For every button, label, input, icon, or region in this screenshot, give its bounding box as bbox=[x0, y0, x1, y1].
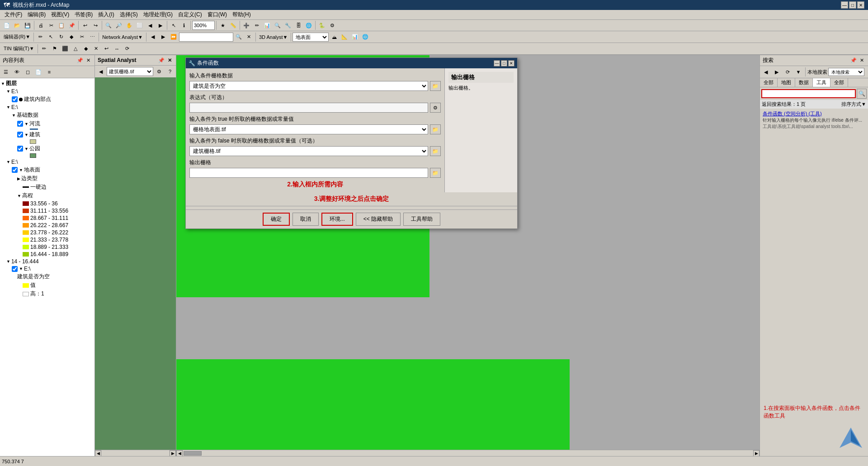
na-btn2[interactable]: ▶ bbox=[158, 32, 168, 42]
tin-btn7[interactable]: ↩ bbox=[102, 44, 112, 54]
toc-close-btn[interactable]: ✕ bbox=[85, 57, 92, 64]
toc-building-points[interactable]: 建筑内部点 bbox=[1, 95, 94, 104]
tin-btn6[interactable]: ✕ bbox=[91, 44, 101, 54]
toc-selection-btn[interactable]: ◻ bbox=[23, 67, 33, 77]
map-hscroll-left[interactable]: ◀ bbox=[176, 450, 183, 456]
is-empty-checkbox[interactable] bbox=[12, 266, 18, 272]
spatial-settings-btn[interactable]: ⚙ bbox=[154, 67, 164, 76]
is-empty-expand[interactable]: ▼ bbox=[19, 266, 23, 271]
3d-btn4[interactable]: 🌐 bbox=[360, 32, 370, 42]
toolbox-btn[interactable]: 🔧 bbox=[283, 20, 293, 30]
search-execute-btn[interactable]: 🔍 bbox=[857, 89, 867, 99]
menu-file[interactable]: 文件(F) bbox=[2, 10, 25, 19]
attribute-btn[interactable]: 📊 bbox=[262, 20, 272, 30]
3d-analyst-label[interactable]: 3D Analyst▼ bbox=[257, 34, 289, 40]
toc-low-val[interactable]: 高：1 bbox=[1, 290, 94, 298]
elev-expand[interactable]: ▼ bbox=[17, 194, 21, 198]
copy-btn[interactable]: 📋 bbox=[57, 20, 66, 30]
pan-btn[interactable]: ✋ bbox=[124, 20, 134, 30]
cancel-button[interactable]: 取消 bbox=[292, 213, 319, 226]
redo-btn[interactable]: ↪ bbox=[90, 20, 100, 30]
dialog-minimize[interactable]: — bbox=[494, 60, 500, 67]
edit-tool-btn[interactable]: ↖ bbox=[46, 32, 56, 42]
toc-range5[interactable]: 23.778 - 26.222 bbox=[1, 229, 94, 236]
building-points-checkbox[interactable] bbox=[12, 96, 18, 102]
local-search-select[interactable]: 本地搜索 bbox=[828, 68, 864, 76]
toc-range8[interactable]: 16.444 - 18.889 bbox=[1, 251, 94, 258]
toc-edge-type[interactable]: ▶ 边类型 bbox=[1, 174, 94, 183]
dialog-maximize[interactable]: □ bbox=[501, 60, 507, 67]
open-btn[interactable]: 📂 bbox=[12, 20, 22, 30]
menu-edit[interactable]: 编辑(B) bbox=[25, 10, 48, 19]
paste-btn[interactable]: 📌 bbox=[67, 20, 77, 30]
zoom-in-btn[interactable]: 🔍 bbox=[104, 20, 113, 30]
python-btn[interactable]: 🐍 bbox=[317, 20, 327, 30]
tab-data[interactable]: 数据 bbox=[795, 78, 813, 87]
menu-view[interactable]: 视图(V) bbox=[48, 10, 72, 19]
toc-group-e2[interactable]: ▼ E:\ bbox=[1, 104, 94, 111]
toc-range1[interactable]: 33.556 - 36 bbox=[1, 200, 94, 207]
spatial-help-btn[interactable]: ? bbox=[165, 67, 175, 76]
search-back-btn[interactable]: ◀ bbox=[761, 67, 771, 77]
e4-expand[interactable]: ▼ bbox=[6, 259, 10, 264]
toc-is-empty[interactable]: ▼ E:\ bbox=[1, 265, 94, 272]
tin-btn5[interactable]: ◆ bbox=[81, 44, 91, 54]
bookmark-btn[interactable]: ★ bbox=[218, 20, 228, 30]
toc-basic-data[interactable]: ▼ 基础数据 bbox=[1, 111, 94, 119]
tab-all2[interactable]: 全部 bbox=[830, 78, 848, 87]
false-raster-select[interactable]: 建筑栅格.tif bbox=[189, 146, 428, 156]
search-panel-close[interactable]: ✕ bbox=[858, 57, 865, 64]
result-item-1[interactable]: 条件函数 (空间分析) (工具) 针对输入栅格的每个输入像元执行 if/else… bbox=[761, 109, 867, 131]
confirm-button[interactable]: 确定 bbox=[263, 213, 290, 226]
new-btn[interactable]: 📄 bbox=[2, 20, 12, 30]
park-expand[interactable]: ▼ bbox=[24, 147, 28, 151]
menu-geoprocessing[interactable]: 地理处理(G) bbox=[141, 10, 175, 19]
e3-expand[interactable]: ▼ bbox=[6, 160, 10, 164]
modelbuilder-btn[interactable]: ⚙ bbox=[327, 20, 337, 30]
toc-range3[interactable]: 28.667 - 31.111 bbox=[1, 214, 94, 222]
menu-insert[interactable]: 插入(I) bbox=[95, 10, 117, 19]
toc-surface[interactable]: ▼ 地表面 bbox=[1, 166, 94, 174]
hscroll-left[interactable]: ◀ bbox=[95, 450, 101, 456]
search-more-btn[interactable]: ▼ bbox=[793, 67, 803, 77]
menu-select[interactable]: 选择(S) bbox=[117, 10, 141, 19]
na-btn5[interactable]: ✕ bbox=[244, 32, 254, 42]
spatial-layer-select[interactable]: 建筑栅格.tif bbox=[107, 67, 153, 76]
3d-btn2[interactable]: 📐 bbox=[340, 32, 349, 42]
next-extent-btn[interactable]: ▶ bbox=[156, 20, 165, 30]
toc-river[interactable]: ▼ 河流 bbox=[1, 119, 94, 128]
zoom-out-btn[interactable]: 🔎 bbox=[114, 20, 124, 30]
sketch-btn[interactable]: ✏ bbox=[35, 32, 45, 42]
toc-high-val[interactable]: 值 bbox=[1, 281, 94, 290]
toc-range2[interactable]: 31.111 - 33.556 bbox=[1, 207, 94, 214]
full-extent-btn[interactable]: ⬜ bbox=[135, 20, 145, 30]
tab-tools[interactable]: 工具 bbox=[813, 78, 830, 87]
true-raster-file-btn[interactable]: 📁 bbox=[430, 124, 441, 134]
layers-expand-icon[interactable]: ▼ bbox=[1, 81, 5, 86]
na-btn4[interactable]: 🔍 bbox=[234, 32, 244, 42]
identify-btn[interactable]: ℹ bbox=[179, 20, 189, 30]
arcmap-btn[interactable]: 🌐 bbox=[304, 20, 314, 30]
na-input[interactable] bbox=[179, 33, 233, 42]
save-btn[interactable]: 💾 bbox=[23, 20, 33, 30]
toc-pin-btn[interactable]: 📌 bbox=[76, 57, 84, 64]
toc-source-btn[interactable]: 📄 bbox=[33, 67, 43, 77]
surface-checkbox[interactable] bbox=[12, 167, 18, 173]
more-edit-btn[interactable]: ⋯ bbox=[87, 32, 97, 42]
rotate-btn[interactable]: ↻ bbox=[56, 32, 66, 42]
building-expand[interactable]: ▼ bbox=[24, 133, 28, 137]
tin-btn4[interactable]: △ bbox=[71, 44, 80, 54]
search-refresh-btn[interactable]: ⟳ bbox=[783, 67, 793, 77]
false-raster-file-btn[interactable]: 📁 bbox=[430, 146, 441, 156]
3d-btn1[interactable]: ⛰ bbox=[329, 32, 339, 42]
spatial-back-btn[interactable]: ◀ bbox=[96, 67, 106, 76]
close-window-button[interactable]: ✕ bbox=[857, 1, 864, 9]
tin-btn8[interactable]: ↔ bbox=[112, 44, 122, 54]
menu-customize[interactable]: 自定义(C) bbox=[175, 10, 205, 19]
print-btn[interactable]: 🖨 bbox=[36, 20, 46, 30]
toc-elevation[interactable]: ▼ 高程 bbox=[1, 191, 94, 200]
tin-btn2[interactable]: ⚑ bbox=[50, 44, 60, 54]
spatial-pin-btn[interactable]: 📌 bbox=[158, 57, 165, 64]
river-expand[interactable]: ▼ bbox=[24, 122, 28, 126]
edge-expand[interactable]: ▶ bbox=[17, 176, 20, 181]
